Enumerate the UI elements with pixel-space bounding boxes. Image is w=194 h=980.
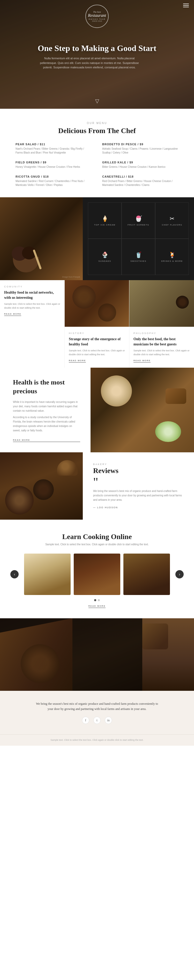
philosophy-content: PHILOSOPHY Only the best food, the best … — [129, 327, 194, 368]
menu-grid: PEAR SALAD / $11 Nael's Orchard Pears / … — [16, 143, 178, 187]
learn-title: Learn Cooking Online — [10, 533, 184, 541]
history-text: Sample text. Click to select the text bo… — [69, 349, 125, 356]
history-content: HISTORY Strange story of the emergence o… — [65, 327, 129, 368]
icon-label: TOP ICE CREAM — [94, 224, 115, 226]
health-section: Health is the most precious While it is … — [0, 368, 194, 452]
drinks-icon: 🍹 — [169, 252, 176, 258]
reviews-section: BAKERY Reviews " We bring the season's b… — [0, 452, 194, 520]
dessert-icon-top-ice-cream[interactable]: 🍦 TOP ICE CREAM — [88, 202, 122, 239]
hamburger-menu[interactable] — [183, 4, 189, 7]
dessert-icon-smoothies[interactable]: 🥤 SMOOTHIES — [122, 239, 155, 275]
dessert-icon-sundaes[interactable]: 🍨 SUNDAES — [88, 239, 122, 275]
footer-info-text: We bring the season's best mix of organi… — [35, 701, 159, 712]
dessert-icon-fruit-sorbets[interactable]: 🍧 FRUIT SORBETS — [122, 202, 155, 239]
community-title: Healthy food in social networks, with us… — [4, 290, 60, 300]
stories-container: COMUNITY Healthy food in social networks… — [0, 280, 194, 368]
menu-item: FIELD GREENS / $9 Honey Vinaigrette / Ho… — [16, 161, 92, 169]
menu-item-name: RICOTTA GNUD / $18 — [16, 175, 92, 178]
sorbet-icon: 🍧 — [135, 215, 142, 222]
carousel-food-3 — [123, 554, 170, 595]
quote-icon: " — [93, 479, 184, 485]
community-content: COMUNITY Healthy food in social networks… — [0, 280, 64, 321]
footer-bottom: Sample text. Click to select the text bo… — [0, 734, 194, 745]
reviews-content: BAKERY Reviews " We bring the season's b… — [83, 452, 194, 520]
icon-label: SUNDAES — [98, 260, 111, 262]
carousel-dot-2[interactable] — [98, 599, 100, 601]
carousel-dot-1[interactable] — [94, 599, 96, 601]
reviewer-name: — LOO HUDSON — [93, 506, 184, 509]
menu-item-name: BRODETTO DI PESCE / $9 — [102, 143, 178, 146]
chef-flavors-icon: ✂ — [170, 215, 174, 222]
hero-section: The best Restaurant maison food SINCE 20… — [0, 0, 194, 109]
carousel-dots — [10, 599, 184, 601]
carousel-item-2 — [74, 554, 120, 595]
menu-item: BRODETTO DI PESCE / $9 Adriatic Seafood … — [102, 143, 178, 154]
food-plate-2 — [155, 421, 181, 442]
social-facebook[interactable]: f — [82, 717, 89, 724]
philosophy-label: PHILOSOPHY — [134, 332, 190, 334]
menu-item-name: GRILLED KALE / $9 — [102, 161, 178, 164]
carousel-prev-button[interactable]: ‹ — [10, 570, 19, 578]
dessert-icon-chef-flavors[interactable]: ✂ CHEF FLAVORS — [155, 202, 189, 239]
health-paragraph-2: According to a study conducted by the Un… — [13, 415, 80, 433]
learn-subtitle: Sample text. Click to select the text bo… — [10, 543, 184, 546]
logo-the: The best — [93, 11, 101, 13]
menu-item-desc: Marinated Sardine / Red Currant / Chante… — [16, 179, 92, 187]
dessert-icons-grid: 🍦 TOP ICE CREAM 🍧 FRUIT SORBETS ✂ CHEF F… — [83, 197, 194, 280]
footer-dark-section — [0, 618, 194, 691]
community-label: COMUNITY — [4, 285, 60, 288]
ice-cream-bowl — [8, 244, 49, 275]
philosophy-title: Only the best food, the best musicians b… — [134, 337, 190, 347]
reviews-title: Reviews — [93, 466, 184, 475]
health-title: Health is the most precious — [13, 378, 80, 396]
social-instagram[interactable]: in — [105, 717, 112, 724]
menu-item: GRILLED KALE / $9 Bitter Greens / House … — [102, 161, 178, 169]
menu-item-desc: Honey Vinaigrette / House Cheese Crouton… — [16, 165, 92, 169]
footer-info: We bring the season's best mix of organi… — [0, 691, 194, 735]
health-read-more[interactable]: READ MORE — [13, 439, 80, 442]
social-twitter[interactable]: t — [93, 717, 101, 724]
menu-item-desc: Bitter Greens / House Cheese Crouton / K… — [102, 165, 178, 169]
logo-maison: maison food — [89, 18, 105, 20]
carousel-item-1 — [24, 554, 71, 595]
menu-item-name: PEAR SALAD / $11 — [16, 143, 92, 146]
community-column: COMUNITY Healthy food in social networks… — [0, 280, 65, 368]
sundaes-icon: 🍨 — [102, 252, 108, 258]
philosophy-image — [129, 280, 194, 327]
health-paragraph-1: While it is important to have naturally … — [13, 400, 80, 413]
menu-item-desc: Nael's Orchard Pears / Bitter Greens / G… — [16, 147, 92, 154]
food-deco — [33, 479, 54, 500]
review-quote-text: We bring the season's best mix of organi… — [93, 489, 184, 502]
footer-food-square — [142, 624, 168, 649]
history-read-more[interactable]: READ MORE — [69, 360, 86, 363]
ice-cream-icon: 🍦 — [102, 215, 108, 222]
food-plate-1 — [101, 375, 132, 407]
hero-subtitle: Nulla fermentum elit at eros placerat si… — [38, 56, 141, 70]
hero-scroll-arrow[interactable]: ▽ — [95, 98, 99, 104]
dessert-icon-drinks[interactable]: 🍹 DRINKS & MORE — [155, 239, 189, 275]
dessert-section: Image from Freepik 🍦 TOP ICE CREAM 🍧 FRU… — [0, 197, 194, 280]
learn-section: Learn Cooking Online Sample text. Click … — [0, 520, 194, 618]
community-read-more[interactable]: READ MORE — [4, 313, 21, 316]
history-image — [65, 280, 129, 327]
health-image — [91, 368, 194, 452]
menu-item-name: CANESTRELLI / $18 — [102, 175, 178, 178]
food-decoration — [176, 296, 189, 309]
history-title: Strange story of the emergence of health… — [69, 337, 125, 347]
history-column: HISTORY Strange story of the emergence o… — [65, 280, 129, 368]
icon-label: FRUIT SORBETS — [127, 224, 149, 226]
menu-item-desc: Adriatic Seafood Soup / Clams / Prawns /… — [102, 147, 178, 154]
philosophy-read-more[interactable]: READ MORE — [134, 360, 151, 363]
carousel-food-2 — [74, 554, 120, 595]
carousel-food-1 — [24, 554, 71, 595]
learn-read-more[interactable]: READ MORE — [89, 605, 105, 608]
menu-item: CANESTRELLI / $18 Red Orchard Pears / Bi… — [102, 175, 178, 187]
dessert-image: Image from Freepik — [0, 197, 83, 280]
plate-decoration — [5, 486, 33, 514]
health-food-visual — [91, 368, 194, 452]
philosophy-text: Sample text. Click to select the text bo… — [134, 349, 190, 356]
footer-food-circle — [21, 644, 59, 683]
carousel-next-button[interactable]: › — [175, 570, 184, 578]
bread-decoration — [57, 460, 78, 476]
reviews-label: BAKERY — [93, 463, 184, 466]
